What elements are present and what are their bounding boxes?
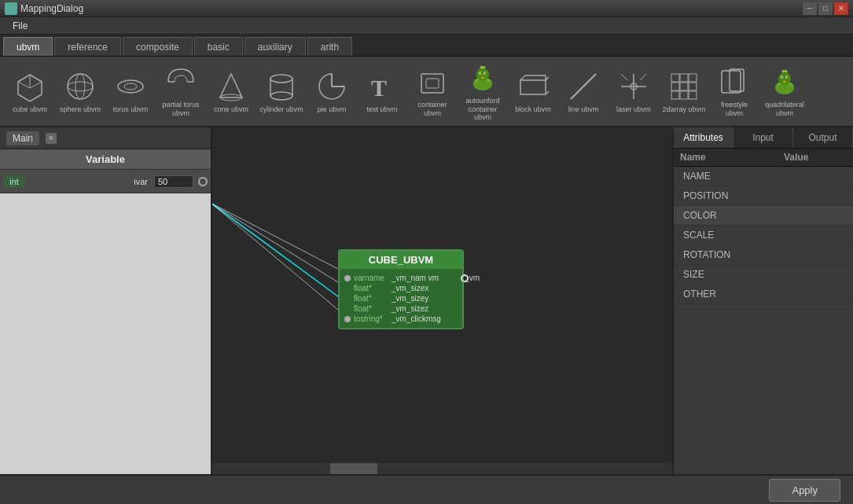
- tool-partial-torus[interactable]: partial torus ubvm: [157, 61, 204, 121]
- tab-reference[interactable]: reference: [54, 37, 121, 56]
- variable-value[interactable]: 50: [154, 175, 193, 188]
- scrollbar-thumb[interactable]: [330, 463, 377, 474]
- tool-partial-torus-label: partial torus ubvm: [159, 101, 203, 118]
- svg-line-2: [18, 82, 30, 88]
- attr-table: Name Value NAME POSITION COLOR SCALE ROT…: [674, 149, 853, 304]
- minimize-button[interactable]: ─: [803, 2, 817, 15]
- app-icon: [5, 2, 17, 15]
- tool-block[interactable]: block ubvm: [509, 66, 557, 117]
- tool-container-label: container ubvm: [410, 101, 454, 118]
- tab-composite[interactable]: composite: [123, 37, 193, 56]
- tool-pie-label: pie ubvm: [318, 105, 347, 114]
- variable-output-port[interactable]: [198, 177, 208, 186]
- svg-rect-44: [671, 83, 679, 90]
- port-type-varname: varname: [354, 274, 388, 282]
- variable-header: Variable: [0, 149, 211, 170]
- svg-rect-50: [722, 71, 741, 93]
- tool-line-label: line ubvm: [568, 105, 599, 114]
- cylinder-icon: [264, 69, 299, 104]
- tool-freestyle[interactable]: freestyle ubvm: [711, 61, 758, 121]
- tab-basic[interactable]: basic: [194, 37, 243, 56]
- tool-autounford-label: autounford container ubvm: [461, 97, 505, 122]
- svg-point-15: [270, 92, 292, 100]
- tool-laser-label: laser ubvm: [616, 105, 651, 114]
- tab-arith[interactable]: arith: [307, 37, 352, 56]
- block-icon: [516, 69, 550, 104]
- right-tab-input[interactable]: Input: [734, 127, 793, 148]
- menu-file[interactable]: File: [6, 19, 34, 33]
- toolbar: cube ubvm sphere ubvm torus ubvm: [0, 57, 853, 127]
- right-tab-output[interactable]: Output: [793, 127, 853, 148]
- left-canvas: [0, 193, 211, 474]
- cone-icon: [214, 69, 248, 104]
- sphere-icon: [63, 69, 97, 104]
- node-port-sizey: float* _vm_sizey: [344, 294, 458, 303]
- right-panel: Attributes Input Output Name Value NAME …: [672, 127, 853, 474]
- tab-bar: ubvm reference composite basic auxiliary…: [0, 35, 853, 57]
- svg-line-61: [212, 203, 338, 296]
- attr-row-size[interactable]: SIZE: [674, 265, 853, 285]
- attr-row-color[interactable]: COLOR: [674, 206, 853, 226]
- tool-text-label: text ubvm: [366, 105, 397, 114]
- svg-rect-29: [520, 80, 546, 94]
- svg-rect-51: [730, 69, 744, 91]
- right-tab-attributes[interactable]: Attributes: [674, 127, 734, 148]
- main-content: Main × Variable int ivar 50 CUBE_UBVM: [0, 127, 853, 474]
- left-panel: Main × Variable int ivar 50: [0, 127, 212, 474]
- tool-torus[interactable]: torus ubvm: [107, 66, 154, 117]
- bird-icon: [465, 61, 500, 95]
- variable-name: ivar: [28, 177, 154, 186]
- svg-line-59: [212, 203, 338, 269]
- tool-cube[interactable]: cube ubvm: [6, 66, 53, 117]
- tool-2darray[interactable]: 2darray ubvm: [660, 66, 708, 117]
- svg-point-6: [75, 74, 85, 99]
- panel-tab-main[interactable]: Main: [6, 131, 39, 145]
- attr-row-rotation[interactable]: ROTATION: [674, 245, 853, 265]
- tab-auxiliary[interactable]: auxiliary: [245, 37, 306, 56]
- tool-cone[interactable]: cone ubvm: [208, 66, 255, 117]
- tool-container[interactable]: container ubvm: [409, 61, 456, 121]
- svg-point-5: [68, 82, 93, 91]
- tool-cone-label: cone ubvm: [214, 105, 248, 114]
- tool-pie[interactable]: pie ubvm: [308, 66, 355, 117]
- svg-line-30: [520, 75, 525, 80]
- node-port-clickmsg: tostring* _vm_clickmsg: [344, 315, 458, 323]
- menubar: File: [0, 17, 853, 35]
- attr-row-other[interactable]: OTHER: [674, 285, 853, 304]
- tool-cylinder[interactable]: cylinder ubvm: [258, 66, 305, 117]
- node-title: CUBE_UBVM: [340, 251, 462, 269]
- panel-close-button[interactable]: ×: [46, 133, 57, 144]
- svg-line-62: [212, 203, 338, 310]
- variable-row: int ivar 50: [0, 170, 211, 193]
- node-body: varname _vm_nam vm _vm float* _vm_sizex …: [340, 269, 462, 328]
- svg-rect-19: [421, 74, 443, 93]
- tool-text[interactable]: T text ubvm: [358, 66, 406, 117]
- port-dot-varname: [344, 275, 351, 281]
- attr-col-name: Name: [680, 152, 784, 163]
- attr-row-position[interactable]: POSITION: [674, 186, 853, 206]
- svg-line-35: [571, 74, 596, 99]
- tool-sphere[interactable]: sphere ubvm: [57, 66, 104, 117]
- svg-rect-47: [671, 91, 679, 99]
- tool-line[interactable]: line ubvm: [560, 66, 607, 117]
- variable-type: int: [3, 175, 25, 188]
- center-canvas[interactable]: CUBE_UBVM varname _vm_nam vm _vm float* …: [212, 127, 672, 474]
- svg-line-39: [621, 74, 627, 80]
- canvas-scrollbar[interactable]: [212, 463, 672, 474]
- svg-point-56: [782, 76, 784, 78]
- attr-row-name[interactable]: NAME: [674, 167, 853, 186]
- port-type-sizez: float*: [354, 304, 388, 313]
- maximize-button[interactable]: □: [818, 2, 833, 15]
- cube-ubvm-node[interactable]: CUBE_UBVM varname _vm_nam vm _vm float* …: [338, 249, 464, 329]
- close-button[interactable]: ✕: [834, 2, 848, 15]
- port-type-sizex: float*: [354, 284, 388, 292]
- tool-quadrilateral-label: quadrilateral ubvm: [763, 101, 807, 118]
- attr-row-scale[interactable]: SCALE: [674, 226, 853, 245]
- tab-ubvm[interactable]: ubvm: [3, 37, 53, 56]
- port-dot-clickmsg: [344, 316, 351, 322]
- apply-button[interactable]: Apply: [769, 479, 840, 502]
- tool-quadrilateral[interactable]: quadrilateral ubvm: [761, 61, 808, 121]
- tool-autounford[interactable]: autounford container ubvm: [459, 57, 506, 125]
- tool-laser[interactable]: laser ubvm: [610, 66, 657, 117]
- port-name-clickmsg: _vm_clickmsg: [392, 315, 441, 323]
